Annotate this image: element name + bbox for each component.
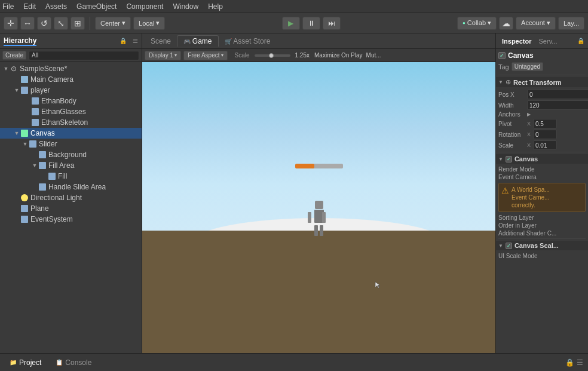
inspector-lock-icon[interactable]: 🔒 [577,38,584,44]
tag-value[interactable]: Untagged [512,62,543,71]
fill-area-arrow-icon: ▼ [31,162,38,168]
scale-slider[interactable] [255,54,290,57]
inspector-tabs: Inspector Serv... [500,37,560,45]
center-label: Center [100,20,120,27]
menu-bar: File Edit Assets GameObject Component Wi… [0,0,588,13]
canvas-arrow-icon: ▼ [13,130,20,136]
pos-x-input[interactable] [527,90,588,99]
transform-hand-btn[interactable]: ✛ [4,17,18,30]
hierarchy-menu-icon[interactable]: ☰ [133,38,138,44]
tree-item-player[interactable]: ▼ player [0,85,142,96]
bottom-right: 🔒 ☰ [565,358,583,367]
hierarchy-lock-icon[interactable]: 🔒 [120,38,127,44]
eventsystem-label: EventSystem [30,215,73,223]
scale-xy: X [527,140,557,150]
canvas-component-header: ✓ Canvas [498,51,586,60]
warning-text: A World Spa...Event Came...correctly. [512,186,550,209]
menu-file[interactable]: File [2,2,14,11]
rotation-label: Rotation [498,131,525,138]
play-button[interactable]: ▶ [282,17,300,30]
transform-rect-btn[interactable]: ⊞ [71,17,85,30]
transform-scale-btn[interactable]: ⤡ [54,17,68,30]
transform-rotate-btn[interactable]: ↺ [37,17,51,30]
canvas-section-header[interactable]: ▼ ✓ Canvas [496,154,588,164]
layout-btn[interactable]: Lay... [558,17,584,30]
console-icon: 📋 [56,359,63,366]
char-arm-left [308,212,311,223]
hierarchy-tab[interactable]: Hierarchy [4,36,36,46]
aspect-arrow-icon: ▾ [221,53,223,58]
tag-row: Tag Untagged [498,62,586,71]
tree-item-slider[interactable]: ▼ Slider [0,139,142,149]
anchors-row[interactable]: Anchors ▶ [498,111,586,118]
create-button[interactable]: Create [2,51,26,60]
bottom-lock-icon[interactable]: 🔒 [565,358,574,367]
tab-scene[interactable]: Scene [145,36,177,47]
tab-project[interactable]: 📁 Project [5,357,46,368]
menu-help[interactable]: Help [208,2,223,11]
tree-item-directional-light[interactable]: Directional Light [0,192,142,203]
scene-label: SampleScene* [20,65,67,73]
tree-item-ethanbody[interactable]: EthanBody [0,96,142,106]
center-btn[interactable]: Center ▾ [95,17,131,30]
handle-label: Handle Slide Area [48,183,106,191]
tree-item-samplescene[interactable]: ▼ ⊙ SampleScene* [0,63,142,74]
rect-icon: ⊕ [506,78,511,86]
plane-label: Plane [30,204,49,213]
canvas-scaler-section[interactable]: ▼ ✓ Canvas Scal... [496,241,588,250]
tree-item-handle-slide-area[interactable]: Handle Slide Area [0,182,142,192]
scale-field-label: Scale [498,142,525,149]
tree-item-main-camera[interactable]: Main Camera [0,74,142,85]
pause-button[interactable]: ⏸ [302,17,320,30]
canvas-enable-checkbox[interactable]: ✓ [498,52,506,59]
aspect-btn[interactable]: Free Aspect ▾ [183,51,227,60]
display-btn[interactable]: Display 1 ▾ [145,51,181,60]
maximize-btn[interactable]: Maximize On Play [314,52,363,59]
cloud-btn[interactable]: ☁ [499,17,513,30]
toolbar-sep-1 [90,17,90,30]
char-head [315,201,323,209]
mute-btn[interactable]: Mut... [366,52,381,59]
rotation-x-input[interactable] [533,130,557,139]
inspector-tab-inspector[interactable]: Inspector [500,37,534,45]
menu-edit[interactable]: Edit [23,2,36,11]
tree-item-plane[interactable]: Plane [0,203,142,214]
collab-btn[interactable]: ● Collab ▾ [457,17,497,30]
tree-item-fill-area[interactable]: ▼ Fill Area [0,160,142,171]
account-btn[interactable]: Account ▾ [516,17,556,30]
inspector-tab-services[interactable]: Serv... [537,37,560,45]
ethanskeleton-icon [31,118,39,127]
menu-window[interactable]: Window [173,2,198,11]
pivot-x-input[interactable] [533,119,557,128]
inspector-panel: Inspector Serv... 🔒 ✓ Canvas Tag Untagge… [495,33,588,353]
handle-icon [38,183,47,191]
tab-asset-store[interactable]: 🛒 Asset Store [219,36,277,47]
step-button[interactable]: ⏭ [323,17,341,30]
tree-item-ethanskeleton[interactable]: EthanSkeleton [0,117,142,128]
width-input[interactable] [527,100,588,110]
rotation-row: Rotation X [498,130,586,139]
hierarchy-search[interactable] [29,51,139,60]
canvas-scaler-checkbox[interactable]: ✓ [506,243,512,249]
hierarchy-tree: ▼ ⊙ SampleScene* Main Camera ▼ player Et… [0,62,142,353]
menu-component[interactable]: Component [126,2,163,11]
tab-console[interactable]: 📋 Console [51,357,96,368]
tree-item-background[interactable]: Background [0,149,142,160]
player-label: player [30,86,50,94]
menu-gameobject[interactable]: GameObject [76,2,117,11]
scale-x-input[interactable] [533,140,557,150]
slider-label: Slider [39,140,57,148]
rect-transform-section[interactable]: ▼ ⊕ Rect Transform [496,77,588,87]
local-btn[interactable]: Local ▾ [133,17,165,30]
light-label: Directional Light [30,194,82,202]
transform-move-btn[interactable]: ↔ [20,17,35,30]
tree-item-fill[interactable]: Fill [0,171,142,182]
tree-item-eventsystem[interactable]: EventSystem [0,214,142,225]
tree-item-canvas[interactable]: ▼ Canvas [0,128,142,139]
menu-assets[interactable]: Assets [45,2,67,11]
bottom-menu-icon[interactable]: ☰ [577,358,583,367]
tree-item-ethanglasses[interactable]: EthanGlasses [0,106,142,117]
tab-game[interactable]: 🎮 Game [177,35,218,47]
account-label: Account ▾ [521,19,550,27]
canvas-section-checkbox[interactable]: ✓ [506,156,512,162]
